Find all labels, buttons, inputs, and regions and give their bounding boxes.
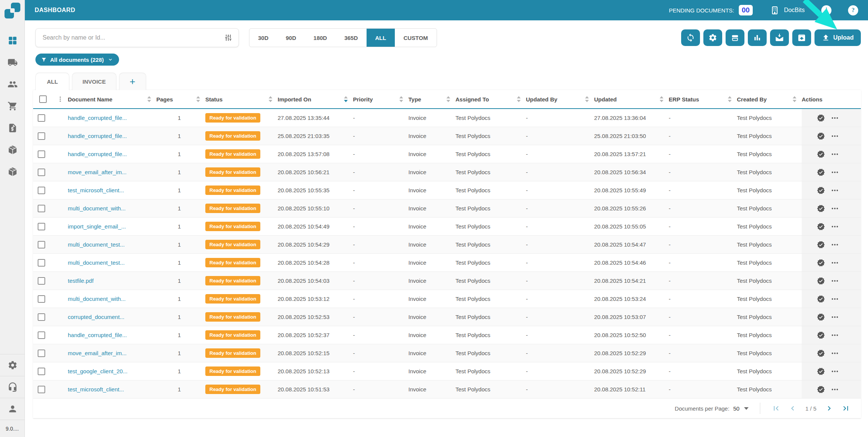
more-actions-icon[interactable] bbox=[831, 277, 839, 285]
document-name-link[interactable]: test_microsoft_client... bbox=[68, 187, 156, 193]
date-filter-90d[interactable]: 90D bbox=[277, 29, 305, 47]
sidebar-item-products[interactable] bbox=[0, 161, 25, 182]
document-name-link[interactable]: multi_document_with... bbox=[68, 205, 156, 212]
sort-control[interactable] bbox=[728, 96, 737, 102]
next-page-button[interactable] bbox=[825, 404, 834, 413]
column-header-erp-status[interactable]: ERP Status bbox=[669, 90, 737, 108]
sort-control[interactable] bbox=[585, 96, 594, 102]
date-filter-30d[interactable]: 30D bbox=[249, 29, 277, 47]
settings-button[interactable] bbox=[703, 29, 722, 46]
column-header-document-name[interactable]: Document Name bbox=[68, 90, 156, 108]
sort-control[interactable] bbox=[399, 96, 408, 102]
date-filter-365d[interactable]: 365D bbox=[336, 29, 367, 47]
sort-control[interactable] bbox=[517, 96, 526, 102]
sort-control[interactable] bbox=[446, 96, 455, 102]
validate-action-icon[interactable] bbox=[817, 331, 825, 339]
sort-control[interactable] bbox=[660, 96, 669, 102]
more-actions-icon[interactable] bbox=[831, 259, 839, 267]
row-checkbox[interactable] bbox=[38, 259, 45, 267]
sidebar-item-packages[interactable] bbox=[0, 139, 25, 161]
more-actions-icon[interactable] bbox=[831, 132, 839, 140]
column-header-created-by[interactable]: Created By bbox=[737, 90, 802, 108]
column-header-pages[interactable]: Pages bbox=[156, 90, 205, 108]
sidebar-item-invoices[interactable] bbox=[0, 117, 25, 139]
validate-action-icon[interactable] bbox=[817, 132, 825, 140]
refresh-button[interactable] bbox=[681, 29, 700, 46]
validate-action-icon[interactable] bbox=[817, 150, 825, 158]
help-icon[interactable]: ? bbox=[848, 5, 858, 15]
more-actions-icon[interactable] bbox=[831, 241, 839, 249]
validate-action-icon[interactable] bbox=[817, 313, 825, 321]
sidebar-item-purchasing[interactable] bbox=[0, 95, 25, 117]
column-header-status[interactable]: Status bbox=[205, 90, 278, 108]
date-filter-180d[interactable]: 180D bbox=[305, 29, 336, 47]
validate-action-icon[interactable] bbox=[817, 277, 825, 285]
mail-import-button[interactable] bbox=[770, 29, 789, 46]
tab-invoice[interactable]: INVOICE bbox=[72, 73, 116, 90]
row-checkbox[interactable] bbox=[38, 331, 45, 339]
column-header-updated[interactable]: Updated bbox=[594, 90, 669, 108]
column-header-assigned-to[interactable]: Assigned To bbox=[455, 90, 526, 108]
more-actions-icon[interactable] bbox=[831, 150, 839, 158]
documents-filter-chip[interactable]: All documents (228) bbox=[35, 54, 119, 66]
more-actions-icon[interactable] bbox=[831, 331, 839, 339]
per-page-caret-icon[interactable] bbox=[744, 407, 749, 410]
select-all-checkbox[interactable] bbox=[39, 95, 47, 103]
row-checkbox[interactable] bbox=[38, 223, 45, 230]
validate-action-icon[interactable] bbox=[817, 204, 825, 213]
document-name-link[interactable]: multi_document_test... bbox=[68, 259, 156, 266]
more-actions-icon[interactable] bbox=[831, 204, 839, 213]
document-name-link[interactable]: handle_corrupted_file... bbox=[68, 332, 156, 338]
export-button[interactable] bbox=[792, 29, 811, 46]
sidebar-item-profile[interactable] bbox=[0, 398, 25, 420]
document-name-link[interactable]: move_email_after_im... bbox=[68, 169, 156, 175]
column-header-updated-by[interactable]: Updated By bbox=[526, 90, 594, 108]
date-filter-all[interactable]: ALL bbox=[367, 29, 395, 47]
app-logo[interactable] bbox=[0, 0, 25, 21]
upload-button[interactable]: Upload bbox=[815, 29, 861, 46]
row-checkbox[interactable] bbox=[38, 187, 45, 194]
row-checkbox[interactable] bbox=[38, 132, 45, 140]
document-name-link[interactable]: handle_corrupted_file... bbox=[68, 133, 156, 139]
sidebar-item-support[interactable] bbox=[0, 376, 25, 398]
last-page-button[interactable] bbox=[841, 404, 850, 413]
row-checkbox[interactable] bbox=[38, 241, 45, 248]
validate-action-icon[interactable] bbox=[817, 349, 825, 357]
document-name-link[interactable]: test_microsoft_client... bbox=[68, 386, 156, 393]
validate-action-icon[interactable] bbox=[817, 114, 825, 122]
validate-action-icon[interactable] bbox=[817, 259, 825, 267]
more-actions-icon[interactable] bbox=[831, 313, 839, 321]
tab-all[interactable]: ALL bbox=[35, 73, 69, 90]
more-actions-icon[interactable] bbox=[831, 295, 839, 303]
row-checkbox[interactable] bbox=[38, 150, 45, 158]
sort-control[interactable] bbox=[147, 96, 156, 102]
validate-action-icon[interactable] bbox=[817, 222, 825, 231]
more-actions-icon[interactable] bbox=[831, 385, 839, 394]
sort-control[interactable] bbox=[196, 96, 205, 102]
validate-action-icon[interactable] bbox=[817, 385, 825, 394]
validate-action-icon[interactable] bbox=[817, 186, 825, 195]
first-page-button[interactable] bbox=[772, 404, 781, 413]
column-header-imported-on[interactable]: Imported On bbox=[278, 90, 353, 108]
column-options-icon[interactable] bbox=[57, 96, 64, 103]
column-header-actions[interactable]: Actions bbox=[802, 90, 861, 108]
document-name-link[interactable]: multi_document_with... bbox=[68, 296, 156, 302]
column-header-type[interactable]: Type bbox=[408, 90, 455, 108]
sidebar-item-contacts[interactable] bbox=[0, 73, 25, 95]
more-actions-icon[interactable] bbox=[831, 168, 839, 176]
more-actions-icon[interactable] bbox=[831, 186, 839, 195]
sidebar-item-dashboard[interactable] bbox=[0, 29, 25, 51]
sidebar-item-shipping[interactable] bbox=[0, 51, 25, 73]
row-checkbox[interactable] bbox=[38, 350, 45, 357]
sort-control[interactable] bbox=[344, 96, 353, 102]
validate-action-icon[interactable] bbox=[817, 367, 825, 376]
sidebar-item-settings[interactable] bbox=[0, 354, 25, 376]
document-name-link[interactable]: import_single_email_... bbox=[68, 223, 156, 230]
row-checkbox[interactable] bbox=[38, 277, 45, 285]
validate-action-icon[interactable] bbox=[817, 241, 825, 249]
document-name-link[interactable]: move_email_after_im... bbox=[68, 350, 156, 356]
sort-control[interactable] bbox=[793, 96, 802, 102]
more-actions-icon[interactable] bbox=[831, 349, 839, 357]
validate-action-icon[interactable] bbox=[817, 168, 825, 176]
previous-page-button[interactable] bbox=[788, 404, 797, 413]
